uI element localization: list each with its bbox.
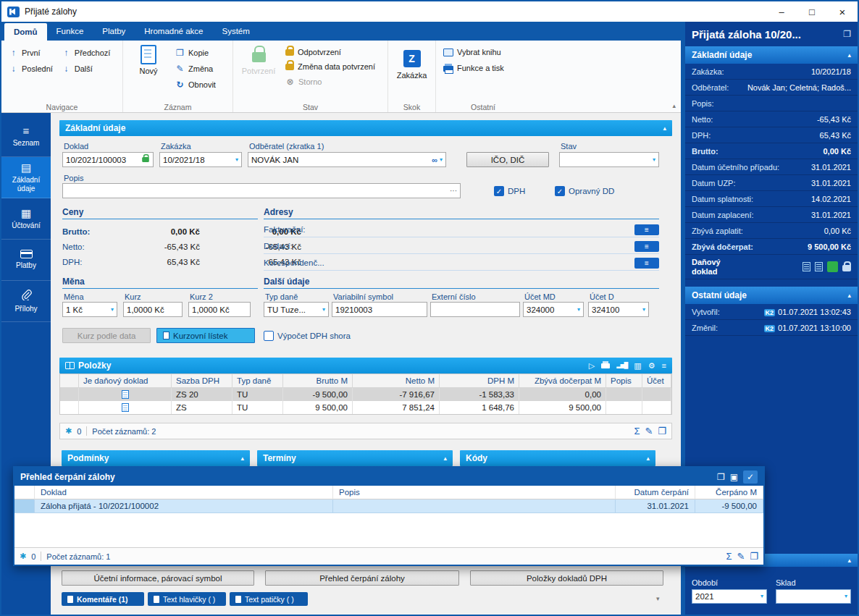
change-confirm-date-button[interactable]: Změna data potvrzení bbox=[282, 61, 378, 72]
popis-input[interactable]: ··· bbox=[62, 183, 461, 198]
panel-section-ostatni[interactable]: Ostatní údaje ▴ bbox=[685, 287, 858, 304]
section-header-zakladni-udaje[interactable]: Základní údaje ▴ bbox=[59, 120, 672, 136]
section-header-terminy[interactable]: Termíny ▴ bbox=[257, 450, 453, 466]
mena-combo[interactable]: 1 Kč▾ bbox=[62, 302, 117, 317]
address-menu-button[interactable]: ≡ bbox=[634, 241, 659, 252]
var-symbol-input[interactable]: 19210003 bbox=[332, 302, 427, 317]
scroll-down-icon[interactable]: ▾ bbox=[656, 595, 660, 602]
col-sazba[interactable]: Sazba DPH bbox=[172, 374, 232, 388]
copy-grid-icon[interactable]: ❐ bbox=[750, 552, 758, 561]
prehled-cerpani-button[interactable]: Přehled čerpání zálohy bbox=[265, 570, 459, 586]
ucet-d-combo[interactable]: 324100▾ bbox=[588, 302, 649, 317]
edit-icon[interactable]: ✎ bbox=[645, 426, 653, 436]
collapse-ribbon-icon[interactable]: ▴ bbox=[672, 102, 676, 109]
sidebar-item-prilohy[interactable]: Přílohy bbox=[1, 281, 51, 322]
next-button[interactable]: ↓ Další bbox=[59, 62, 114, 75]
col-datum[interactable]: Datum čerpání bbox=[616, 486, 695, 499]
confirm-button[interactable]: ✓ bbox=[743, 471, 758, 484]
section-header-polozky[interactable]: Položky ▷ ▂▅█ ▥ ⚙ ≡ bbox=[59, 358, 672, 374]
col-brutto[interactable]: Brutto M bbox=[283, 374, 353, 388]
play-icon[interactable]: ▷ bbox=[589, 362, 595, 370]
tab-text-paticky[interactable]: Text patičky ( ) bbox=[230, 592, 308, 606]
ellipsis-button[interactable]: ··· bbox=[450, 187, 457, 195]
copy-button[interactable]: ❐ Kopie bbox=[172, 46, 219, 59]
col-typ[interactable]: Typ daně bbox=[232, 374, 283, 388]
chart-icon[interactable]: ▂▅█ bbox=[616, 363, 627, 368]
select-book-button[interactable]: Vybrat knihu bbox=[440, 46, 507, 58]
sidebar-item-zakladni-udaje[interactable]: ▤ Základní údaje bbox=[1, 157, 51, 198]
table-row[interactable]: ZS 20 TU -9 500,00 -7 916,67 -1 583,33 0… bbox=[60, 388, 671, 401]
ico-dic-button[interactable]: IČO, DIČ bbox=[466, 152, 549, 167]
filter-icon[interactable]: ✱ bbox=[65, 426, 72, 436]
last-button[interactable]: ↓ Poslední bbox=[6, 62, 56, 75]
typ-dane-combo[interactable]: TU Tuze...▾ bbox=[264, 302, 329, 317]
sum-icon[interactable]: Σ bbox=[634, 426, 640, 436]
zakazka-combo[interactable]: 10/2021/18 ▾ bbox=[159, 152, 242, 167]
address-menu-button[interactable]: ≡ bbox=[634, 224, 659, 235]
sum-icon[interactable]: Σ bbox=[726, 552, 732, 561]
sidebar-item-uctovani[interactable]: ▦ Účtování bbox=[1, 198, 51, 240]
doklad-input[interactable]: 10/2021/100003 bbox=[62, 152, 154, 167]
kurzovni-listek-button[interactable]: Kurzovní lístek bbox=[156, 328, 255, 343]
columns-icon[interactable]: ▥ bbox=[634, 362, 641, 370]
previous-button[interactable]: ↑ Předchozí bbox=[59, 46, 114, 59]
print-icon[interactable] bbox=[601, 363, 610, 368]
col-popis[interactable]: Popis bbox=[606, 374, 642, 388]
stav-combo[interactable]: ▾ bbox=[559, 152, 659, 167]
zakazka-button[interactable]: Z Zakázka bbox=[393, 43, 431, 80]
sklad-combo[interactable]: ▾ bbox=[776, 589, 851, 604]
kurz-input[interactable]: 1,0000 Kč bbox=[123, 302, 183, 317]
refresh-button[interactable]: ↻ Obnovit bbox=[172, 78, 219, 91]
gear-icon[interactable]: ⚙ bbox=[648, 362, 655, 370]
edit-icon[interactable]: ✎ bbox=[737, 552, 745, 561]
col-je-danovy[interactable]: Je daňový doklad bbox=[79, 374, 172, 388]
filter-icon[interactable]: ✱ bbox=[20, 552, 26, 561]
document-copy-icon[interactable] bbox=[815, 262, 823, 271]
close-button[interactable]: × bbox=[827, 1, 858, 22]
tab-system[interactable]: Systém bbox=[212, 22, 259, 41]
link-icon[interactable]: ∞ bbox=[432, 156, 437, 164]
tab-text-hlavicky[interactable]: Text hlavičky ( ) bbox=[148, 592, 226, 606]
dock-icon[interactable]: ▣ bbox=[730, 473, 738, 481]
opravny-dd-checkbox[interactable]: ✓ Opravný DD bbox=[555, 185, 614, 198]
new-button[interactable]: Nový bbox=[127, 43, 169, 76]
edit-button[interactable]: ✎ Změna bbox=[172, 62, 219, 75]
col-doklad[interactable]: Doklad bbox=[35, 486, 333, 499]
tab-domu[interactable]: Domů bbox=[4, 23, 47, 41]
table-row[interactable]: ZS TU 9 500,00 7 851,24 1 648,76 9 500,0… bbox=[60, 401, 671, 414]
tab-funkce[interactable]: Funkce bbox=[47, 22, 93, 41]
unconfirm-button[interactable]: Odpotvrzení bbox=[282, 46, 378, 58]
address-menu-button[interactable]: ≡ bbox=[634, 258, 659, 269]
first-button[interactable]: ↑ První bbox=[6, 46, 56, 59]
col-dph[interactable]: DPH M bbox=[440, 374, 519, 388]
kurz2-input[interactable]: 1,0000 Kč bbox=[188, 302, 251, 317]
col-cerpano[interactable]: Čerpáno M bbox=[695, 486, 763, 499]
maximize-button[interactable]: □ bbox=[797, 1, 827, 22]
dialog-table-row[interactable]: Záloha přijatá - 10/2021/100002 31.01.20… bbox=[14, 499, 763, 513]
section-header-podminky[interactable]: Podmínky ▴ bbox=[62, 450, 250, 466]
document-icon[interactable] bbox=[803, 262, 810, 271]
expand-icon[interactable]: ❐ bbox=[843, 29, 851, 39]
sidebar-item-seznam[interactable]: ≡ Seznam bbox=[1, 116, 51, 157]
menu-icon[interactable]: ≡ bbox=[662, 362, 666, 370]
tab-komentare[interactable]: Komentáře (1) bbox=[62, 592, 144, 606]
sidebar-item-platby[interactable]: Platby bbox=[1, 240, 51, 281]
minimize-button[interactable]: – bbox=[766, 1, 797, 22]
col-zbyva[interactable]: Zbývá dočerpat M bbox=[519, 374, 606, 388]
ucetni-informace-button[interactable]: Účetní informace, párovací symbol bbox=[62, 570, 254, 586]
polozky-dokladu-dph-button[interactable]: Položky dokladů DPH bbox=[470, 570, 663, 586]
col-popis[interactable]: Popis bbox=[333, 486, 616, 499]
copy-grid-icon[interactable]: ❐ bbox=[658, 426, 666, 436]
functions-print-button[interactable]: Funkce a tisk bbox=[440, 61, 507, 75]
panel-section-zakladni[interactable]: Základní údaje ▴ bbox=[685, 46, 858, 64]
ucet-md-combo[interactable]: 324000▾ bbox=[523, 302, 584, 317]
obdobi-combo[interactable]: 2021 ▾ bbox=[692, 589, 767, 604]
tab-hromadne-akce[interactable]: Hromadné akce bbox=[135, 22, 212, 41]
col-netto[interactable]: Netto M bbox=[353, 374, 440, 388]
odberatel-combo[interactable]: NOVÁK JAN ∞ ▾ bbox=[248, 152, 446, 167]
vypocet-dph-checkbox[interactable]: Výpočet DPH shora bbox=[264, 329, 351, 342]
section-header-kody[interactable]: Kódy ▴ bbox=[460, 450, 655, 466]
tab-platby[interactable]: Platby bbox=[93, 22, 135, 41]
col-ucet[interactable]: Účet bbox=[642, 374, 671, 388]
externi-cislo-input[interactable] bbox=[430, 302, 520, 317]
